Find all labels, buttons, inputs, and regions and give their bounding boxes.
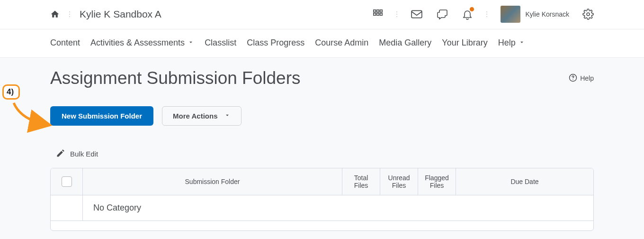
td-blank <box>51 195 83 221</box>
chat-icon[interactable] <box>436 9 448 20</box>
annotation-step-badge: 4) <box>2 84 20 100</box>
help-label: Help <box>580 74 594 82</box>
nav-class-progress[interactable]: Class Progress <box>247 38 304 48</box>
main-content: Assignment Submission Folders Help New S… <box>0 58 644 239</box>
table-row <box>51 221 593 230</box>
chevron-down-icon <box>224 112 231 120</box>
more-actions-button[interactable]: More Actions <box>162 106 242 126</box>
user-name-label: Kylie Korsnack <box>525 10 569 18</box>
new-submission-folder-button[interactable]: New Submission Folder <box>50 106 153 126</box>
svg-rect-3 <box>374 13 376 16</box>
svg-rect-5 <box>380 13 383 16</box>
avatar <box>501 6 520 23</box>
nav-media-gallery[interactable]: Media Gallery <box>379 38 431 48</box>
nav-label: Classlist <box>205 38 236 48</box>
page-title-row: Assignment Submission Folders Help <box>50 68 594 88</box>
table-row-category: No Category <box>51 195 593 221</box>
bulk-edit-label: Bulk Edit <box>70 150 98 158</box>
table-header-row: Submission Folder Total Files Unread Fil… <box>51 168 593 195</box>
svg-rect-6 <box>412 10 422 18</box>
action-buttons: New Submission Folder More Actions <box>50 106 594 126</box>
gear-icon[interactable] <box>582 9 594 20</box>
mail-icon[interactable] <box>411 9 423 19</box>
nav-label: Your Library <box>442 38 487 48</box>
chevron-down-icon <box>188 38 194 48</box>
help-icon <box>569 74 577 83</box>
chevron-down-icon <box>519 38 525 48</box>
top-header: Kylie K Sandbox A Kylie Korsnack <box>0 0 644 29</box>
header-divider <box>69 11 70 17</box>
th-flagged-files: Flagged Files <box>418 168 456 195</box>
course-nav: Content Activities & Assessments Classli… <box>0 29 644 58</box>
nav-course-admin[interactable]: Course Admin <box>315 38 368 48</box>
home-icon[interactable] <box>50 9 60 19</box>
svg-rect-2 <box>380 10 383 12</box>
svg-point-7 <box>587 13 590 16</box>
notification-dot <box>469 7 474 12</box>
th-total-files: Total Files <box>342 168 380 195</box>
nav-label: Content <box>50 38 80 48</box>
svg-rect-4 <box>377 13 379 16</box>
nav-activities[interactable]: Activities & Assessments <box>90 38 194 48</box>
pencil-icon <box>56 148 65 159</box>
th-unread-files: Unread Files <box>380 168 418 195</box>
nav-help[interactable]: Help <box>498 38 525 48</box>
page-title: Assignment Submission Folders <box>50 68 301 88</box>
nav-your-library[interactable]: Your Library <box>442 38 487 48</box>
nav-label: Course Admin <box>315 38 368 48</box>
th-folder: Submission Folder <box>83 168 342 195</box>
nav-label: Class Progress <box>247 38 304 48</box>
header-divider-2 <box>396 11 397 17</box>
header-left-group: Kylie K Sandbox A <box>50 9 161 20</box>
nav-label: Activities & Assessments <box>90 38 185 48</box>
category-label: No Category <box>83 195 593 221</box>
svg-rect-1 <box>377 10 379 12</box>
bell-icon[interactable] <box>462 8 473 20</box>
th-due-date: Due Date <box>456 168 593 195</box>
help-link[interactable]: Help <box>569 74 594 83</box>
nav-classlist[interactable]: Classlist <box>205 38 236 48</box>
more-actions-label: More Actions <box>173 112 217 120</box>
course-title[interactable]: Kylie K Sandbox A <box>80 9 161 20</box>
th-select-all <box>51 168 83 195</box>
nav-content[interactable]: Content <box>50 38 80 48</box>
svg-rect-0 <box>374 10 376 12</box>
nav-label: Media Gallery <box>379 38 431 48</box>
submission-table: Submission Folder Total Files Unread Fil… <box>50 168 594 231</box>
bulk-edit-link[interactable]: Bulk Edit <box>56 148 594 159</box>
header-divider-3 <box>486 11 487 17</box>
nav-label: Help <box>498 38 516 48</box>
user-menu[interactable]: Kylie Korsnack <box>501 6 569 23</box>
select-all-checkbox[interactable] <box>62 176 72 187</box>
header-right-group: Kylie Korsnack <box>373 6 594 23</box>
waffle-icon[interactable] <box>373 9 383 19</box>
